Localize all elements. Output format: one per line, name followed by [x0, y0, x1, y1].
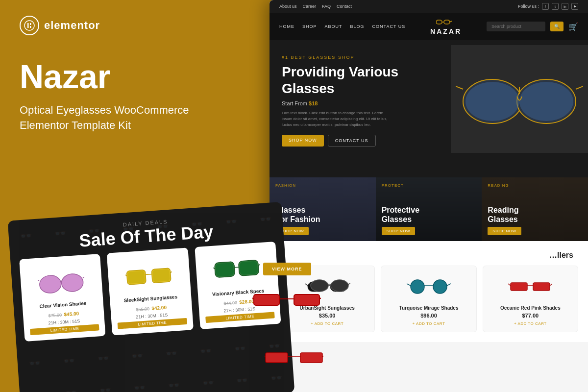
svg-rect-1 — [27, 23, 29, 28]
hero-price-value: $18 — [309, 100, 318, 106]
topbar-about[interactable]: About us — [279, 4, 297, 9]
products-row: UrbanSight Sunglasses $35.00 + ADD TO CA… — [279, 266, 578, 332]
svg-rect-40 — [128, 271, 146, 284]
svg-line-12 — [456, 84, 463, 89]
top-bar-links: About us Career FAQ Contact — [279, 4, 352, 9]
svg-line-24 — [407, 284, 411, 286]
svg-line-58 — [348, 282, 350, 284]
category-protect-name: ProtectiveGlasses — [382, 205, 419, 224]
svg-point-31 — [39, 275, 62, 294]
elementor-text: elementor — [44, 19, 100, 32]
sale-card: (function(){ const pattern = document.qu… — [8, 202, 295, 392]
hero-description: I am text block. Click edit button to ch… — [282, 110, 390, 128]
product-price-2: $96.00 — [387, 313, 470, 318]
product-name-3: Oceanic Red Pink Shades — [489, 305, 572, 311]
svg-rect-3 — [30, 26, 31, 28]
product-subtitle: Optical Eyeglasses WooCommerce Elementor… — [20, 103, 225, 133]
website-mockup: About us Career FAQ Contact Follow us : … — [270, 0, 588, 392]
category-fashion: FASHION GlassesFor Fashion SHOP NOW — [270, 177, 376, 241]
product-image-3 — [489, 272, 572, 301]
svg-point-21 — [411, 280, 424, 294]
view-more-container: VIEW MORE — [263, 263, 311, 275]
topbar-career[interactable]: Career — [303, 4, 317, 9]
svg-rect-41 — [153, 269, 171, 282]
right-panel: About us Career FAQ Contact Follow us : … — [270, 0, 588, 392]
add-to-cart-3[interactable]: + ADD TO CART — [489, 321, 572, 326]
product-image-2 — [387, 272, 470, 301]
product-name-2: Turquoise Mirage Shades — [387, 305, 470, 311]
svg-rect-49 — [254, 294, 279, 305]
social-twitter[interactable]: t — [552, 3, 559, 10]
svg-point-14 — [466, 82, 519, 121]
svg-rect-2 — [30, 23, 31, 25]
nav-shop[interactable]: SHOP — [302, 24, 317, 29]
nav-logo-text: NAZAR — [430, 27, 462, 35]
svg-rect-47 — [216, 263, 234, 276]
sale-price-old-3: $44.00 — [223, 300, 237, 306]
best-sellers-title: …llers — [279, 251, 578, 260]
sale-price-new-2: $42.00 — [151, 305, 167, 311]
hero-contact-button[interactable]: CONTACT US — [328, 135, 376, 147]
nav-contact[interactable]: CONTACT US — [372, 24, 406, 29]
add-to-cart-1[interactable]: + ADD TO CART — [286, 321, 368, 326]
category-protect: PROTECT ProtectiveGlasses SHOP NOW — [376, 177, 482, 241]
svg-line-13 — [576, 84, 583, 89]
category-reading: READING ReadingGlasses SHOP NOW — [482, 177, 588, 241]
svg-rect-50 — [294, 294, 319, 305]
topbar-faq[interactable]: FAQ — [322, 4, 331, 9]
svg-point-32 — [61, 273, 84, 292]
follow-us: Follow us : f t in ▶ — [518, 3, 578, 10]
svg-point-22 — [433, 280, 447, 294]
nav-about[interactable]: ABOUT — [325, 24, 343, 29]
top-bar: About us Career FAQ Contact Follow us : … — [270, 0, 588, 13]
nav-home[interactable]: HOME — [279, 24, 294, 29]
svg-point-0 — [24, 21, 34, 30]
svg-rect-5 — [444, 20, 450, 24]
hero-shop-button[interactable]: SHOP NOW — [282, 135, 324, 147]
svg-point-15 — [519, 82, 573, 121]
svg-line-37 — [146, 274, 152, 275]
svg-rect-4 — [436, 20, 442, 24]
category-reading-name: ReadingGlasses — [488, 205, 518, 224]
hero-title: Providing Various Glasses — [282, 64, 409, 97]
categories-row: FASHION GlassesFor Fashion SHOP NOW PROT… — [270, 177, 588, 241]
category-reading-btn[interactable]: SHOP NOW — [488, 227, 521, 235]
svg-line-34 — [83, 275, 86, 278]
search-input[interactable] — [487, 22, 545, 31]
hero-glasses-image — [451, 45, 588, 153]
add-to-cart-2[interactable]: + ADD TO CART — [387, 321, 470, 326]
product-price-3: $77.00 — [489, 313, 572, 318]
svg-point-55 — [331, 280, 348, 292]
nav-bar: HOME SHOP ABOUT BLOG CONTACT US NAZAR 🔍 — [270, 13, 588, 40]
category-reading-label: READING — [488, 183, 509, 188]
product-title: Nazar — [20, 60, 255, 93]
cart-icon[interactable]: 🛒 — [568, 22, 578, 31]
sale-price-new-1: $45.00 — [64, 311, 79, 317]
social-youtube[interactable]: ▶ — [571, 3, 578, 10]
sale-product-3: Visionary Black Specs $44.00 $28.00 21H … — [195, 242, 281, 329]
category-protect-label: PROTECT — [382, 183, 404, 188]
svg-line-44 — [234, 267, 239, 268]
nav-links: HOME SHOP ABOUT BLOG CONTACT US — [279, 24, 405, 29]
search-button[interactable]: 🔍 — [550, 22, 564, 31]
product-card-2: Turquoise Mirage Shades $96.00 + ADD TO … — [381, 266, 476, 332]
sale-product-image-2 — [113, 254, 185, 295]
category-protect-btn[interactable]: SHOP NOW — [382, 227, 415, 235]
social-instagram[interactable]: in — [562, 3, 568, 10]
hero-section: #1 BEST GLASSES SHOP Providing Various G… — [270, 40, 588, 177]
sale-product-2: SleekSight Sunglasses $55.00 $42.00 21H … — [107, 247, 194, 335]
svg-rect-60 — [300, 353, 322, 363]
elementor-icon — [20, 16, 39, 35]
bottom-red-glasses — [265, 346, 323, 372]
svg-rect-48 — [239, 261, 258, 275]
topbar-contact[interactable]: Contact — [337, 4, 352, 9]
sale-price-old-1: $75.00 — [48, 313, 62, 318]
svg-line-25 — [447, 284, 451, 286]
social-facebook[interactable]: f — [542, 3, 549, 10]
view-more-button[interactable]: VIEW MORE — [263, 263, 311, 275]
elementor-logo: elementor — [20, 16, 255, 35]
nav-right: 🔍 🛒 — [487, 22, 578, 31]
nav-blog[interactable]: BLOG — [350, 24, 365, 29]
svg-rect-59 — [266, 353, 288, 363]
sale-price-old-2: $55.00 — [136, 306, 149, 312]
